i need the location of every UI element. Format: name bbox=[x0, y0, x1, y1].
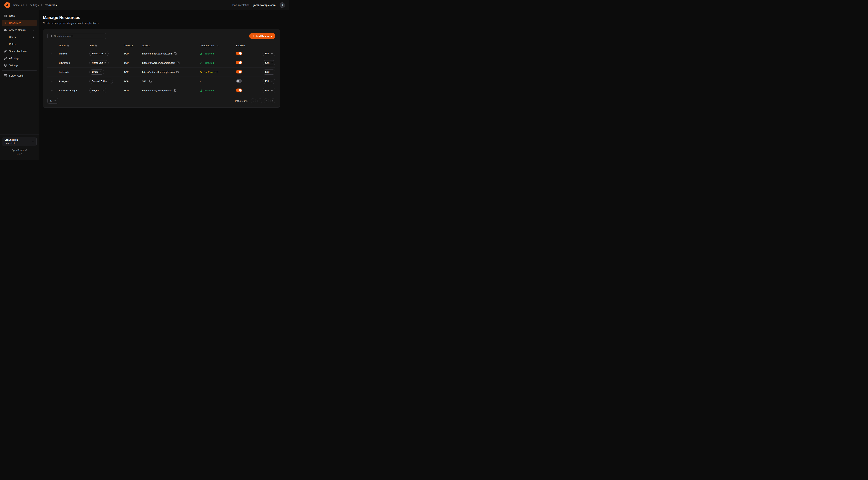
arrow-up-right-icon bbox=[104, 62, 106, 64]
copy-button[interactable] bbox=[149, 80, 152, 83]
avatar[interactable]: J bbox=[280, 2, 285, 8]
chevrons-right-icon bbox=[272, 100, 274, 102]
row-actions-button[interactable] bbox=[50, 88, 54, 93]
sidebar-item-label: Server Admin bbox=[9, 74, 24, 77]
add-resource-label: Add Resource bbox=[256, 35, 273, 37]
resource-protocol: TCP bbox=[124, 80, 142, 83]
documentation-link[interactable]: Documentation bbox=[232, 4, 249, 6]
resource-access: https://battery.example.com bbox=[142, 89, 172, 92]
last-page-button[interactable] bbox=[270, 98, 275, 103]
search-input[interactable] bbox=[54, 35, 104, 38]
ellipsis-icon bbox=[51, 62, 53, 64]
edit-button[interactable]: Edit bbox=[262, 69, 275, 74]
page-size-select[interactable]: 20 bbox=[48, 98, 58, 103]
row-actions-button[interactable] bbox=[50, 70, 54, 74]
breadcrumb-settings[interactable]: settings bbox=[30, 4, 38, 6]
breadcrumb-separator-icon bbox=[26, 4, 28, 6]
previous-page-button[interactable] bbox=[257, 98, 262, 103]
users-icon bbox=[4, 29, 7, 31]
search-icon bbox=[50, 35, 52, 37]
row-actions-button[interactable] bbox=[50, 79, 54, 84]
chevron-left-icon bbox=[259, 100, 261, 102]
copy-button[interactable] bbox=[176, 71, 179, 73]
sidebar-item-server-admin[interactable]: Server Admin bbox=[2, 72, 37, 79]
column-header-authentication[interactable]: Authentication bbox=[200, 44, 236, 47]
app-logo[interactable] bbox=[4, 2, 10, 8]
chevron-right-icon bbox=[32, 36, 35, 38]
arrow-up-right-icon bbox=[104, 53, 106, 55]
ellipsis-icon bbox=[51, 89, 53, 92]
edit-button[interactable]: Edit bbox=[262, 88, 275, 93]
copy-icon bbox=[174, 52, 177, 55]
link-icon bbox=[4, 50, 7, 53]
arrow-up-right-icon bbox=[102, 90, 104, 92]
resources-table: Name Site Protocol Access Authenticati bbox=[48, 42, 275, 95]
enabled-toggle[interactable] bbox=[236, 52, 242, 55]
sidebar-item-label: Settings bbox=[9, 64, 18, 67]
enabled-toggle[interactable] bbox=[236, 89, 242, 92]
resource-name: Immich bbox=[59, 52, 89, 55]
arrow-up-right-icon bbox=[99, 71, 101, 73]
column-header-enabled: Enabled bbox=[236, 44, 261, 47]
site-link[interactable]: Home Lab bbox=[89, 51, 108, 56]
site-link[interactable]: Office bbox=[89, 69, 104, 74]
open-source-label: Open Source bbox=[11, 149, 24, 151]
site-link[interactable]: Second Office bbox=[89, 79, 113, 84]
site-link[interactable]: Edge 01 bbox=[89, 88, 106, 93]
enabled-toggle[interactable] bbox=[236, 70, 242, 73]
resource-protocol: TCP bbox=[124, 89, 142, 92]
breadcrumb-org[interactable]: home-lab bbox=[13, 4, 24, 6]
sidebar-item-resources[interactable]: Resources bbox=[2, 20, 37, 26]
enabled-toggle[interactable] bbox=[236, 79, 242, 83]
open-source-link[interactable]: Open Source bbox=[2, 149, 36, 151]
resource-protocol: TCP bbox=[124, 52, 142, 55]
sidebar-item-label: Users bbox=[9, 36, 16, 38]
sidebar-item-api-keys[interactable]: API Keys bbox=[2, 55, 37, 62]
edit-button[interactable]: Edit bbox=[262, 60, 275, 65]
user-email[interactable]: joe@example.com bbox=[253, 4, 276, 6]
sidebar-bottom: Organization Home Lab Open Source v1.3.0 bbox=[0, 134, 39, 157]
main-content: Manage Resources Create secure proxies t… bbox=[39, 10, 289, 160]
arrow-right-icon bbox=[271, 53, 273, 55]
column-header-site[interactable]: Site bbox=[89, 44, 124, 47]
sidebar-item-sites[interactable]: Sites bbox=[2, 13, 37, 19]
copy-button[interactable] bbox=[174, 52, 177, 55]
copy-button[interactable] bbox=[174, 89, 176, 92]
copy-button[interactable] bbox=[177, 62, 180, 64]
sidebar-item-label: Access Control bbox=[9, 29, 26, 31]
page-subtitle: Create secure proxies to your private ap… bbox=[43, 22, 280, 25]
table-row: Bitwarden Home Lab TCP https://bitwarden… bbox=[48, 58, 275, 67]
organization-selector[interactable]: Organization Home Lab bbox=[2, 137, 36, 146]
ellipsis-icon bbox=[51, 80, 53, 83]
sidebar-item-users[interactable]: Users bbox=[2, 34, 37, 40]
enabled-toggle[interactable] bbox=[236, 61, 242, 64]
edit-button[interactable]: Edit bbox=[262, 79, 275, 84]
sidebar-item-roles[interactable]: Roles bbox=[2, 41, 37, 48]
table-row: Authentik Office TCP https://authentik.e… bbox=[48, 67, 275, 77]
table-header-row: Name Site Protocol Access Authenticati bbox=[48, 42, 275, 49]
next-page-button[interactable] bbox=[264, 98, 269, 103]
sidebar-item-settings[interactable]: Settings bbox=[2, 62, 37, 69]
shield-check-icon bbox=[200, 89, 203, 92]
resource-name: Postgres bbox=[59, 80, 89, 83]
resource-access: 5432 bbox=[142, 80, 148, 83]
sidebar-item-label: Sites bbox=[9, 14, 14, 18]
edit-button[interactable]: Edit bbox=[262, 51, 275, 56]
page-size-value: 20 bbox=[50, 99, 52, 102]
sidebar-item-label: Roles bbox=[9, 43, 16, 46]
page-info: Page 1 of 1 bbox=[235, 99, 248, 102]
copy-icon bbox=[177, 62, 180, 64]
add-resource-button[interactable]: Add Resource bbox=[249, 33, 275, 39]
first-page-button[interactable] bbox=[251, 98, 256, 103]
plus-icon bbox=[252, 35, 255, 37]
sidebar: Sites Resources Access Control Users Rol… bbox=[0, 10, 39, 160]
sidebar-item-shareable-links[interactable]: Shareable Links bbox=[2, 48, 37, 55]
row-actions-button[interactable] bbox=[50, 61, 54, 65]
organization-label: Organization bbox=[4, 139, 18, 141]
sidebar-item-access-control[interactable]: Access Control bbox=[2, 27, 37, 33]
site-link[interactable]: Home Lab bbox=[89, 60, 108, 65]
row-actions-button[interactable] bbox=[50, 51, 54, 56]
page-title: Manage Resources bbox=[43, 15, 280, 20]
column-header-name[interactable]: Name bbox=[59, 44, 89, 47]
shield-check-icon bbox=[200, 52, 203, 55]
